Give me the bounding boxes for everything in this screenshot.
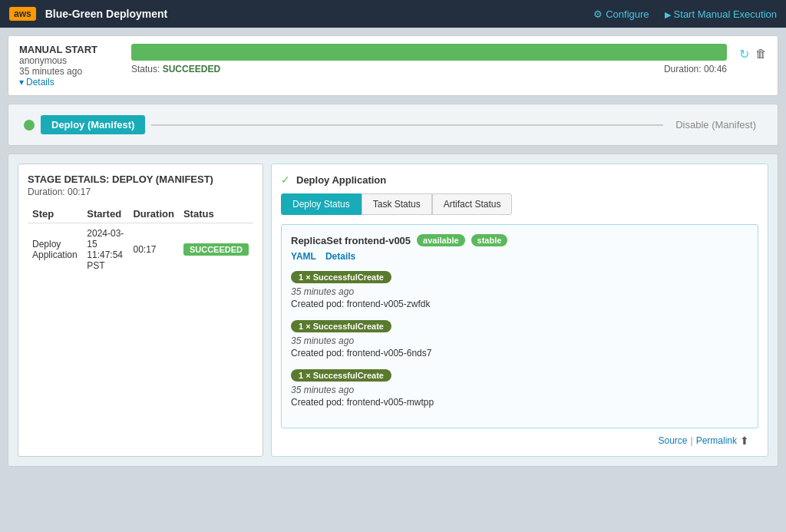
stage-disable-manifest[interactable]: Disable (Manifest): [669, 115, 762, 134]
check-icon: ✓: [281, 173, 290, 186]
col-duration: Duration: [128, 205, 178, 223]
footer-separator: |: [691, 435, 693, 446]
deploy-tabs: Deploy Status Task Status Artifact Statu…: [281, 193, 758, 215]
execution-header: MANUAL START anonymous 35 minutes ago De…: [19, 44, 767, 88]
stage-dot: [24, 120, 35, 131]
status-value: SUCCEEDED: [163, 64, 220, 74]
execution-card: MANUAL START anonymous 35 minutes ago De…: [8, 35, 778, 96]
col-step: Step: [28, 205, 82, 223]
event-desc-1: Created pod: frontend-v005-zwfdk: [291, 299, 748, 309]
configure-button[interactable]: Configure: [593, 8, 649, 20]
deploy-app-title: Deploy Application: [296, 174, 386, 186]
source-link[interactable]: Source: [658, 435, 687, 446]
deploy-app-header: ✓ Deploy Application: [281, 173, 758, 186]
badge-stable: stable: [471, 234, 508, 246]
page-title: Blue-Green Deployment: [45, 8, 594, 20]
event-badge-1: 1 × SuccessfulCreate: [291, 271, 391, 283]
refresh-icon[interactable]: ↻: [739, 47, 749, 61]
event-time-3: 35 minutes ago: [291, 385, 748, 395]
execution-info: MANUAL START anonymous 35 minutes ago De…: [19, 44, 119, 88]
execution-status-row: Status: SUCCEEDED Duration: 00:46: [131, 64, 727, 74]
tab-deploy-status[interactable]: Deploy Status: [281, 193, 362, 215]
stage-details-duration: Duration: 00:17: [28, 187, 253, 197]
table-row: Deploy Application 2024-03-15 11:47:54 P…: [28, 223, 253, 276]
chevron-down-icon: [19, 77, 24, 88]
execution-progress-area: Status: SUCCEEDED Duration: 00:46: [131, 44, 727, 74]
event-time-1: 35 minutes ago: [291, 286, 748, 297]
steps-table: Step Started Duration Status Deploy Appl…: [28, 205, 253, 276]
yaml-link[interactable]: YAML: [291, 251, 316, 262]
details-section: STAGE DETAILS: DEPLOY (MANIFEST) Duratio…: [8, 154, 778, 467]
execution-time: 35 minutes ago: [19, 66, 119, 77]
aws-badge: aws: [9, 7, 36, 21]
execution-trigger: MANUAL START: [19, 44, 119, 55]
duration-label: Duration: 00:46: [664, 64, 727, 74]
progress-bar-fill: [131, 44, 727, 61]
step-duration: 00:17: [128, 223, 178, 276]
progress-bar-container: [131, 44, 727, 61]
pipeline-stages: Deploy (Manifest) Disable (Manifest): [8, 104, 778, 146]
tab-artifact-status[interactable]: Artifact Status: [432, 193, 513, 215]
badge-available: available: [417, 234, 464, 246]
status-badge: SUCCEEDED: [183, 243, 249, 256]
replicaset-header: ReplicaSet frontend-v005 available stabl…: [291, 234, 748, 246]
duration-value: 00:46: [704, 64, 727, 74]
event-entry-2: 1 × SuccessfulCreate 35 minutes ago Crea…: [291, 320, 748, 359]
gear-icon: [593, 8, 603, 20]
event-time-2: 35 minutes ago: [291, 335, 748, 346]
step-name[interactable]: Deploy Application: [28, 223, 82, 276]
navbar: aws Blue-Green Deployment Configure Star…: [0, 0, 786, 28]
replicaset-area: ReplicaSet frontend-v005 available stabl…: [281, 224, 758, 428]
delete-icon[interactable]: 🗑: [755, 47, 767, 60]
start-manual-execution-button[interactable]: Start Manual Execution: [665, 8, 777, 20]
event-entry-3: 1 × SuccessfulCreate 35 minutes ago Crea…: [291, 369, 748, 408]
status-label: Status: SUCCEEDED: [131, 64, 220, 74]
col-status: Status: [179, 205, 253, 223]
navbar-actions: Configure Start Manual Execution: [593, 8, 777, 20]
stage-deploy-manifest[interactable]: Deploy (Manifest): [41, 115, 145, 134]
deploy-app-panel: ✓ Deploy Application Deploy Status Task …: [271, 164, 768, 457]
details-footer: Source | Permalink ⬆: [281, 428, 758, 447]
col-started: Started: [82, 205, 128, 223]
main-content: MANUAL START anonymous 35 minutes ago De…: [0, 28, 786, 474]
stage-details-panel: STAGE DETAILS: DEPLOY (MANIFEST) Duratio…: [18, 164, 263, 457]
execution-user: anonymous: [19, 55, 119, 66]
permalink-link[interactable]: Permalink: [696, 435, 737, 446]
execution-card-actions: ↻ 🗑: [739, 44, 767, 61]
step-status: SUCCEEDED: [179, 223, 253, 276]
export-icon[interactable]: ⬆: [740, 435, 749, 447]
details-link[interactable]: Details: [325, 251, 355, 262]
event-desc-2: Created pod: frontend-v005-6nds7: [291, 348, 748, 359]
step-started: 2024-03-15 11:47:54 PST: [82, 223, 128, 276]
play-icon: [665, 8, 671, 20]
event-entry-1: 1 × SuccessfulCreate 35 minutes ago Crea…: [291, 271, 748, 309]
replicaset-name: ReplicaSet frontend-v005: [291, 235, 411, 246]
replicaset-links: YAML Details: [291, 251, 748, 262]
event-desc-3: Created pod: frontend-v005-mwtpp: [291, 397, 748, 408]
event-badge-3: 1 × SuccessfulCreate: [291, 369, 391, 382]
details-toggle[interactable]: Details: [19, 77, 119, 88]
event-badge-2: 1 × SuccessfulCreate: [291, 320, 391, 332]
tab-task-status[interactable]: Task Status: [362, 193, 432, 215]
stage-details-title: STAGE DETAILS: DEPLOY (MANIFEST): [28, 173, 253, 185]
stage-connector: [151, 124, 663, 126]
